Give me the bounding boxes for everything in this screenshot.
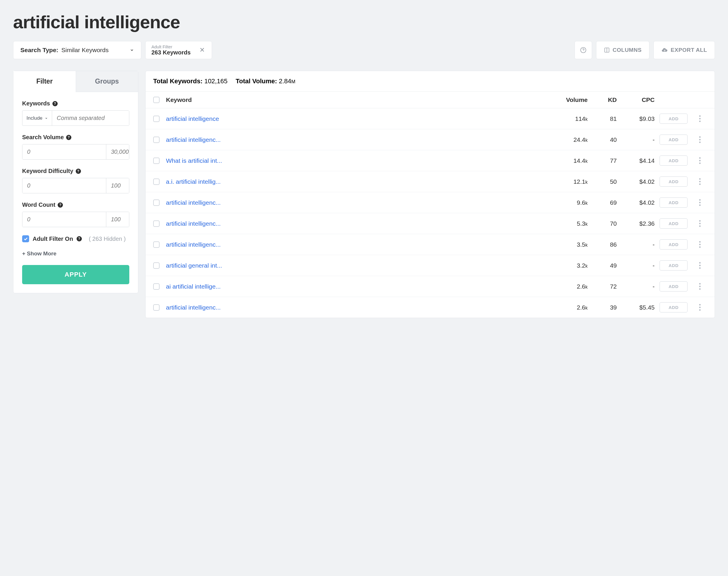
table-row: artificial intelligenc...3.5k86-ADD	[146, 234, 715, 255]
add-button[interactable]: ADD	[660, 155, 688, 166]
add-button[interactable]: ADD	[660, 135, 688, 145]
row-menu-button[interactable]	[697, 135, 702, 145]
row-menu-button[interactable]	[697, 302, 702, 313]
row-checkbox[interactable]	[153, 304, 159, 311]
keyword-link[interactable]: artificial intelligenc...	[166, 199, 244, 206]
cpc-cell: -	[617, 262, 654, 269]
add-button[interactable]: ADD	[660, 197, 688, 208]
row-menu-button[interactable]	[697, 176, 702, 187]
total-volume: Total Volume: 2.84M	[236, 78, 295, 85]
help-icon[interactable]: ?	[58, 202, 63, 208]
keyword-link[interactable]: What is artificial int...	[166, 157, 244, 164]
row-checkbox[interactable]	[153, 157, 159, 164]
help-button[interactable]	[575, 41, 592, 59]
row-checkbox[interactable]	[153, 221, 159, 227]
help-icon[interactable]: ?	[77, 236, 82, 241]
columns-label: COLUMNS	[613, 47, 642, 53]
keyword-link[interactable]: artificial intelligence	[166, 115, 244, 122]
keyword-link[interactable]: artificial intelligenc...	[166, 220, 244, 227]
help-icon[interactable]: ?	[76, 169, 81, 174]
col-volume[interactable]: Volume	[550, 96, 588, 104]
show-more-link[interactable]: + Show More	[22, 251, 129, 257]
row-checkbox[interactable]	[153, 137, 159, 143]
table-header: Keyword Volume KD CPC	[146, 91, 715, 108]
keyword-link[interactable]: artificial general int...	[166, 262, 244, 269]
row-menu-button[interactable]	[697, 281, 702, 291]
include-dropdown[interactable]: Include	[22, 111, 52, 125]
kd-cell: 39	[588, 304, 617, 311]
row-checkbox[interactable]	[153, 178, 159, 185]
kd-cell: 50	[588, 178, 617, 185]
add-button[interactable]: ADD	[660, 219, 688, 229]
kd-max[interactable]	[106, 178, 129, 193]
cpc-cell: $9.03	[617, 115, 654, 122]
row-menu-button[interactable]	[697, 155, 702, 166]
kd-cell: 86	[588, 241, 617, 248]
add-button[interactable]: ADD	[660, 176, 688, 187]
wc-max[interactable]	[106, 212, 129, 227]
export-all-button[interactable]: EXPORT ALL	[653, 41, 715, 59]
apply-button[interactable]: APPLY	[22, 265, 129, 284]
search-type-dropdown[interactable]: Search Type: Similar Keywords	[13, 41, 141, 59]
row-checkbox[interactable]	[153, 116, 159, 122]
keyword-link[interactable]: artificial intelligenc...	[166, 241, 244, 248]
volume-cell: 24.4k	[550, 136, 588, 143]
keywords-input[interactable]	[52, 111, 129, 125]
page-title: artificial intelligence	[13, 12, 715, 32]
row-menu-button[interactable]	[697, 260, 702, 270]
row-checkbox[interactable]	[153, 199, 159, 206]
col-cpc[interactable]: CPC	[617, 96, 654, 104]
close-icon[interactable]: ✕	[198, 46, 206, 54]
tab-filter[interactable]: Filter	[13, 71, 76, 92]
tab-groups[interactable]: Groups	[76, 71, 138, 92]
kd-cell: 40	[588, 136, 617, 143]
row-checkbox[interactable]	[153, 241, 159, 248]
table-row: artificial general int...3.2k49-ADD	[146, 255, 715, 276]
kd-min[interactable]	[22, 178, 106, 193]
add-button[interactable]: ADD	[660, 260, 688, 270]
help-icon[interactable]: ?	[52, 101, 58, 106]
keyword-link[interactable]: artificial intelligenc...	[166, 136, 244, 143]
row-menu-button[interactable]	[697, 114, 702, 124]
select-all-checkbox[interactable]	[153, 97, 159, 103]
col-keyword[interactable]: Keyword	[166, 96, 550, 104]
row-checkbox[interactable]	[153, 283, 159, 290]
results-panel: Total Keywords: 102,165 Total Volume: 2.…	[145, 71, 715, 318]
wc-min[interactable]	[22, 212, 106, 227]
row-menu-button[interactable]	[697, 197, 702, 208]
row-menu-button[interactable]	[697, 239, 702, 250]
volume-cell: 2.6k	[550, 283, 588, 290]
volume-cell: 3.5k	[550, 241, 588, 248]
kd-cell: 72	[588, 283, 617, 290]
keyword-link[interactable]: a.i. artificial intellig...	[166, 178, 244, 185]
volume-cell: 2.6k	[550, 304, 588, 311]
col-kd[interactable]: KD	[588, 96, 617, 104]
search-volume-max[interactable]	[106, 144, 129, 159]
columns-button[interactable]: COLUMNS	[596, 41, 650, 59]
help-icon[interactable]: ?	[66, 135, 71, 140]
cpc-cell: -	[617, 136, 654, 143]
table-row: artificial intelligenc...24.4k40-ADD	[146, 129, 715, 150]
add-button[interactable]: ADD	[660, 239, 688, 250]
add-button[interactable]: ADD	[660, 114, 688, 124]
search-volume-min[interactable]	[22, 144, 106, 159]
volume-cell: 14.4k	[550, 157, 588, 164]
kd-cell: 77	[588, 157, 617, 164]
check-icon	[24, 237, 28, 241]
row-checkbox[interactable]	[153, 262, 159, 269]
volume-cell: 3.2k	[550, 262, 588, 269]
filter-panel: Filter Groups Keywords ? Include	[13, 71, 138, 293]
add-button[interactable]: ADD	[660, 302, 688, 313]
search-type-value: Similar Keywords	[61, 47, 109, 53]
keyword-link[interactable]: artificial intelligenc...	[166, 304, 244, 311]
adult-filter-checkbox[interactable]	[22, 235, 29, 242]
cpc-cell: $4.14	[617, 157, 654, 164]
cpc-cell: $5.45	[617, 304, 654, 311]
table-row: artificial intelligenc...2.6k39$5.45ADD	[146, 297, 715, 318]
row-menu-button[interactable]	[697, 219, 702, 229]
add-button[interactable]: ADD	[660, 281, 688, 291]
keyword-link[interactable]: ai artificial intellige...	[166, 283, 244, 290]
volume-cell: 5.3k	[550, 220, 588, 227]
cpc-cell: -	[617, 241, 654, 248]
table-row: a.i. artificial intellig...12.1k50$4.02A…	[146, 171, 715, 192]
